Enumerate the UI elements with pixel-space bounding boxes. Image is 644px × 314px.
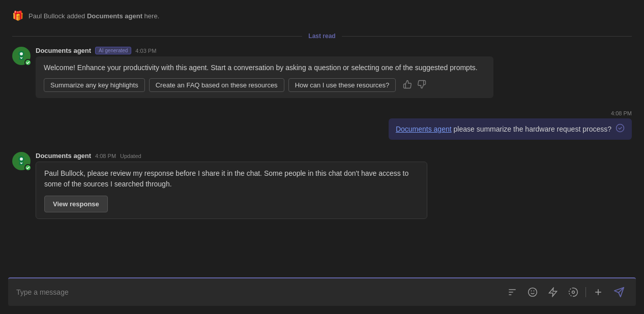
outgoing-text: Documents agent please summarize the har… [396, 125, 611, 133]
review-message-wrap: Documents agent 4:08 PM Updated Paul Bul… [36, 152, 493, 219]
welcome-sender: Documents agent [36, 47, 91, 54]
thumbs-up-button[interactable] [402, 79, 413, 91]
welcome-time: 4:03 PM [135, 48, 156, 54]
svg-point-3 [529, 288, 537, 297]
outgoing-time: 4:08 PM [611, 110, 632, 116]
outgoing-suffix: please summarize the hardware request pr… [454, 125, 612, 133]
input-bar [8, 277, 636, 306]
system-notification: 🎁 Paul Bullock added Documents agent her… [12, 8, 632, 25]
suggestion-btn-1[interactable]: Create an FAQ based on these resources [149, 78, 284, 92]
emoji-icon-button[interactable] [524, 285, 541, 299]
review-sender: Documents agent [36, 152, 91, 160]
suggestion-btn-0[interactable]: Summarize any key highlights [44, 78, 145, 92]
attach-icon-button[interactable] [545, 285, 561, 299]
review-body: Paul Bullock, please review my response … [44, 169, 408, 188]
message-row-review: Documents agent 4:08 PM Updated Paul Bul… [12, 152, 632, 219]
avatar-documents-agent [12, 47, 31, 65]
outgoing-bubble: Documents agent please summarize the har… [389, 118, 632, 140]
last-read-divider: Last read [12, 33, 632, 40]
message-row-welcome: Documents agent AI generated 4:03 PM Wel… [12, 47, 632, 98]
input-divider [586, 287, 586, 297]
format-icon-button[interactable] [504, 285, 520, 299]
view-response-wrap: View response [44, 190, 419, 212]
svg-point-2 [20, 158, 23, 161]
suggestion-buttons: Summarize any key highlights Create an F… [44, 78, 485, 92]
welcome-bubble: Welcome! Enhance your productivity with … [36, 56, 493, 98]
thumbs-down-button[interactable] [416, 79, 427, 91]
agent-link[interactable]: Documents agent [396, 125, 452, 133]
view-response-button[interactable]: View response [44, 196, 108, 212]
svg-point-1 [617, 124, 624, 132]
send-button[interactable] [610, 285, 628, 300]
review-meta: Documents agent 4:08 PM Updated [36, 152, 493, 160]
last-read-line-left [12, 36, 302, 37]
last-read-label: Last read [308, 33, 335, 40]
avatar-online-badge [24, 59, 32, 66]
welcome-body: Welcome! Enhance your productivity with … [44, 64, 478, 72]
svg-point-6 [572, 291, 575, 294]
plus-icon-button[interactable] [590, 285, 606, 299]
notification-text: Paul Bullock added Documents agent here. [28, 12, 159, 20]
feedback-icons [402, 79, 427, 91]
avatar-documents-agent-2 [12, 152, 31, 170]
review-bubble: Paul Bullock, please review my response … [36, 162, 427, 219]
suggestion-btn-2[interactable]: How can I use these resources? [288, 78, 396, 92]
ai-badge: AI generated [95, 47, 131, 54]
welcome-meta: Documents agent AI generated 4:03 PM [36, 47, 493, 54]
svg-point-0 [20, 52, 23, 55]
message-row-outgoing: 4:08 PM Documents agent please summarize… [12, 110, 632, 140]
outgoing-wrap: 4:08 PM Documents agent please summarize… [12, 110, 632, 140]
loop-icon-button[interactable] [565, 285, 581, 299]
review-updated: Updated [120, 153, 141, 159]
avatar-online-badge-2 [24, 164, 32, 171]
check-circle-icon [616, 123, 625, 135]
gift-icon: 🎁 [12, 10, 23, 21]
welcome-message-wrap: Documents agent AI generated 4:03 PM Wel… [36, 47, 493, 98]
message-input[interactable] [16, 284, 500, 300]
last-read-line-right [342, 36, 632, 37]
chat-area: 🎁 Paul Bullock added Documents agent her… [0, 0, 644, 273]
review-time: 4:08 PM [95, 153, 116, 159]
